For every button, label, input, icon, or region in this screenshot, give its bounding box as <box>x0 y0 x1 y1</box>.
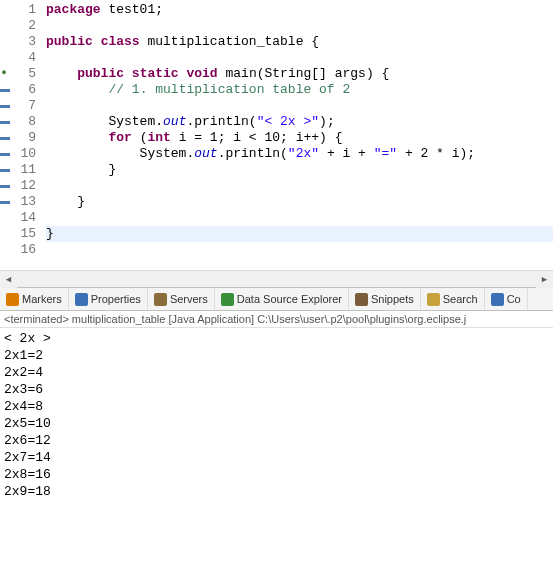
code-token: int <box>147 130 170 145</box>
servers-icon <box>154 293 167 306</box>
snippets-icon <box>355 293 368 306</box>
line-number: 7 <box>12 98 36 114</box>
code-token: package <box>46 2 101 17</box>
runnable-marker-icon[interactable]: ● <box>0 68 10 78</box>
tab-label: Search <box>443 293 478 305</box>
console-line: 2x9=18 <box>4 483 549 500</box>
code-line[interactable]: } <box>46 194 553 210</box>
code-token: + 2 * i); <box>397 146 475 161</box>
code-token: for <box>108 130 131 145</box>
line-number: 14 <box>12 210 36 226</box>
line-number-gutter: 12345678910111213141516 <box>12 0 40 270</box>
code-line[interactable]: public class multiplication_table { <box>46 34 553 50</box>
code-token: } <box>46 226 54 241</box>
console-line: 2x4=8 <box>4 398 549 415</box>
code-token: ( <box>132 130 148 145</box>
code-token: "< 2x >" <box>257 114 319 129</box>
code-editor[interactable]: ● 12345678910111213141516 package test01… <box>0 0 553 270</box>
markers-icon <box>6 293 19 306</box>
line-number: 15 <box>12 226 36 242</box>
code-line[interactable]: } <box>46 226 553 242</box>
code-line[interactable]: System.out.println("2x" + i + "=" + 2 * … <box>46 146 553 162</box>
code-token: test01; <box>101 2 163 17</box>
console-line: 2x6=12 <box>4 432 549 449</box>
code-line[interactable]: System.out.println("< 2x >"); <box>46 114 553 130</box>
code-token <box>124 66 132 81</box>
code-token: .println( <box>218 146 288 161</box>
tab-label: Markers <box>22 293 62 305</box>
tab-properties[interactable]: Properties <box>69 288 148 310</box>
line-number: 10 <box>12 146 36 162</box>
code-token: } <box>46 194 85 209</box>
code-token: public <box>46 34 93 49</box>
line-number: 6 <box>12 82 36 98</box>
line-number: 8 <box>12 114 36 130</box>
code-token: // 1. multiplication table of 2 <box>108 82 350 97</box>
properties-icon <box>75 293 88 306</box>
console-line: 2x7=14 <box>4 449 549 466</box>
code-line[interactable] <box>46 242 553 258</box>
change-marker <box>0 105 10 108</box>
change-marker <box>0 169 10 172</box>
marker-column: ● <box>0 0 12 270</box>
change-marker <box>0 121 10 124</box>
tab-label: Co <box>507 293 521 305</box>
tab-data-source-explorer[interactable]: Data Source Explorer <box>215 288 349 310</box>
code-line[interactable]: for (int i = 1; i < 10; i++) { <box>46 130 553 146</box>
change-marker <box>0 89 10 92</box>
code-token: ); <box>319 114 335 129</box>
code-token <box>93 34 101 49</box>
code-token: void <box>186 66 217 81</box>
code-token <box>46 130 108 145</box>
code-token: multiplication_table { <box>140 34 319 49</box>
code-line[interactable] <box>46 210 553 226</box>
line-number: 5 <box>12 66 36 82</box>
line-number: 9 <box>12 130 36 146</box>
line-number: 4 <box>12 50 36 66</box>
tab-label: Servers <box>170 293 208 305</box>
code-token: System. <box>46 146 194 161</box>
code-line[interactable]: package test01; <box>46 2 553 18</box>
code-token: "=" <box>374 146 397 161</box>
code-token: + i + <box>319 146 374 161</box>
code-token: class <box>101 34 140 49</box>
scroll-right-arrow[interactable]: ▶ <box>536 271 553 288</box>
console-status-line: <terminated> multiplication_table [Java … <box>0 311 553 328</box>
console-line: 2x1=2 <box>4 347 549 364</box>
code-line[interactable] <box>46 50 553 66</box>
change-marker <box>0 201 10 204</box>
code-line[interactable]: } <box>46 162 553 178</box>
code-area[interactable]: package test01; public class multiplicat… <box>40 0 553 270</box>
line-number: 3 <box>12 34 36 50</box>
scroll-left-arrow[interactable]: ◀ <box>0 271 17 288</box>
line-number: 2 <box>12 18 36 34</box>
line-number: 13 <box>12 194 36 210</box>
code-line[interactable]: public static void main(String[] args) { <box>46 66 553 82</box>
code-token: System. <box>46 114 163 129</box>
code-token <box>46 66 77 81</box>
code-token: .println( <box>186 114 256 129</box>
tab-markers[interactable]: Markers <box>0 288 69 310</box>
code-line[interactable] <box>46 18 553 34</box>
console-icon <box>491 293 504 306</box>
code-token: public <box>77 66 124 81</box>
code-line[interactable]: // 1. multiplication table of 2 <box>46 82 553 98</box>
code-token: out <box>194 146 217 161</box>
console-line: 2x5=10 <box>4 415 549 432</box>
tab-co[interactable]: Co <box>485 288 528 310</box>
view-tabs: MarkersPropertiesServersData Source Expl… <box>0 287 553 311</box>
code-token: out <box>163 114 186 129</box>
data-icon <box>221 293 234 306</box>
change-marker <box>0 137 10 140</box>
code-line[interactable] <box>46 98 553 114</box>
code-line[interactable] <box>46 178 553 194</box>
console-output[interactable]: < 2x >2x1=22x2=42x3=62x4=82x5=102x6=122x… <box>0 328 553 502</box>
tab-snippets[interactable]: Snippets <box>349 288 421 310</box>
tab-servers[interactable]: Servers <box>148 288 215 310</box>
line-number: 11 <box>12 162 36 178</box>
horizontal-scrollbar[interactable]: ◀ ▶ <box>0 270 553 287</box>
console-line: < 2x > <box>4 330 549 347</box>
code-token: main(String[] args) { <box>218 66 390 81</box>
console-line: 2x2=4 <box>4 364 549 381</box>
tab-search[interactable]: Search <box>421 288 485 310</box>
